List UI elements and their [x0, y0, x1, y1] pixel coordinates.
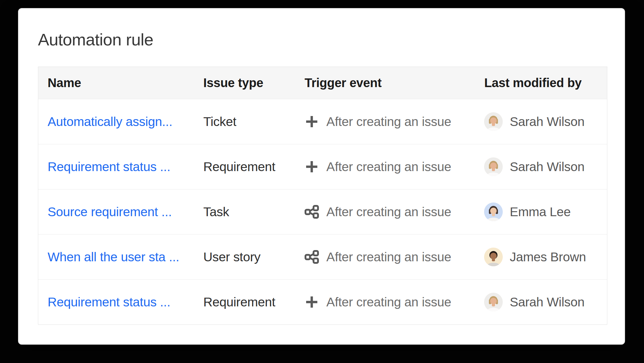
- trigger-event-label: After creating an issue: [326, 250, 451, 264]
- user-name: Sarah Wilson: [510, 160, 584, 174]
- trigger-event-label: After creating an issue: [326, 160, 451, 174]
- table-row: When all the user sta ... User story Aft…: [38, 234, 607, 279]
- trigger-event-label: After creating an issue: [326, 114, 451, 129]
- issue-type-text: Requirement: [203, 160, 275, 174]
- avatar: [484, 248, 503, 266]
- rule-name-link[interactable]: Automatically assign...: [48, 114, 172, 129]
- user-name: Emma Lee: [510, 205, 571, 219]
- automation-rule-card: Automation rule Name Issue type Trigger …: [18, 8, 625, 345]
- plus-icon: [305, 295, 319, 309]
- page-title: Automation rule: [38, 29, 153, 50]
- rule-name-link[interactable]: When all the user sta ...: [48, 250, 179, 264]
- table-row: Source requirement ... Task After creati…: [38, 189, 607, 234]
- avatar: [484, 293, 503, 311]
- user-name: Sarah Wilson: [510, 114, 584, 129]
- trigger-event-label: After creating an issue: [326, 295, 451, 309]
- page-background: Automation rule Name Issue type Trigger …: [0, 0, 644, 363]
- plus-icon: [305, 160, 319, 174]
- avatar: [484, 157, 503, 176]
- table-header-row: Name Issue type Trigger event Last modif…: [38, 67, 607, 99]
- issue-type-text: User story: [203, 250, 260, 264]
- plus-icon: [305, 114, 319, 129]
- user-name: Sarah Wilson: [510, 295, 584, 309]
- column-header-trigger-event: Trigger event: [295, 76, 475, 90]
- rule-name-link[interactable]: Source requirement ...: [48, 205, 172, 219]
- rule-name-link[interactable]: Requirement status ...: [48, 295, 170, 309]
- rule-name-link[interactable]: Requirement status ...: [48, 160, 170, 174]
- issue-type-text: Task: [203, 205, 229, 219]
- column-header-last-modified-by: Last modified by: [475, 76, 607, 90]
- column-header-issue-type: Issue type: [194, 76, 295, 90]
- branch-network-icon: [305, 205, 319, 219]
- automation-rules-table: Name Issue type Trigger event Last modif…: [38, 67, 607, 325]
- avatar: [484, 112, 503, 131]
- table-row: Requirement status ... Requirement After…: [38, 144, 607, 189]
- table-row: Automatically assign... Ticket After cre…: [38, 99, 607, 144]
- issue-type-text: Requirement: [203, 295, 275, 309]
- column-header-name: Name: [38, 76, 194, 90]
- trigger-event-label: After creating an issue: [326, 205, 451, 219]
- branch-network-icon: [305, 250, 319, 264]
- user-name: James Brown: [510, 250, 586, 264]
- avatar: [484, 202, 503, 221]
- table-row: Requirement status ... Requirement After…: [38, 279, 607, 324]
- issue-type-text: Ticket: [203, 114, 236, 129]
